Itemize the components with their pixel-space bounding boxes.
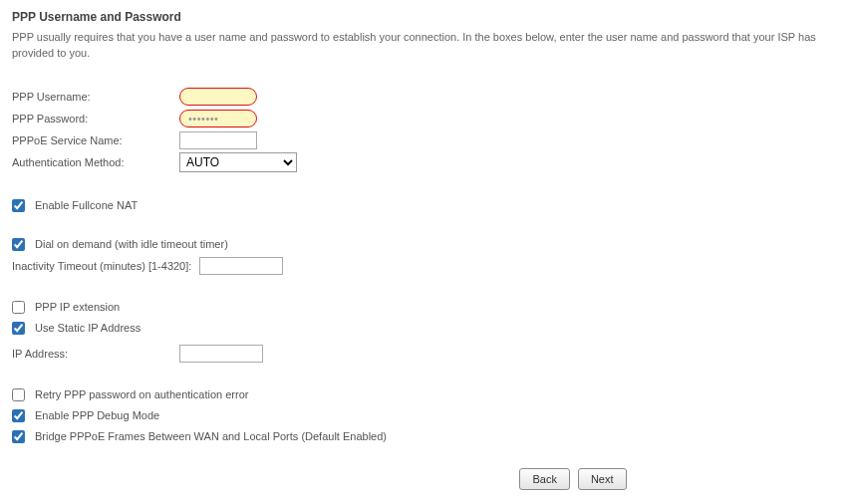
back-button[interactable]: Back bbox=[519, 468, 569, 490]
retry-ppp-password-label: Retry PPP password on authentication err… bbox=[35, 388, 248, 400]
static-ip-label: Use Static IP Address bbox=[35, 322, 141, 334]
inactivity-timeout-label: Inactivity Timeout (minutes) [1-4320]: bbox=[12, 260, 193, 272]
dial-on-demand-label: Dial on demand (with idle timeout timer) bbox=[35, 238, 228, 250]
username-input[interactable] bbox=[179, 88, 257, 106]
ppp-debug-label: Enable PPP Debug Mode bbox=[35, 409, 159, 421]
ppp-ip-extension-checkbox[interactable] bbox=[12, 301, 25, 314]
ppp-ip-extension-label: PPP IP extension bbox=[35, 301, 120, 313]
fullcone-nat-label: Enable Fullcone NAT bbox=[35, 199, 138, 211]
ip-address-input[interactable] bbox=[179, 345, 263, 363]
password-input[interactable] bbox=[179, 110, 257, 127]
ip-address-label: IP Address: bbox=[12, 348, 179, 360]
bridge-pppoe-checkbox[interactable] bbox=[12, 430, 25, 443]
ppp-debug-checkbox[interactable] bbox=[12, 409, 25, 422]
service-name-input[interactable] bbox=[179, 131, 257, 149]
password-label: PPP Password: bbox=[12, 113, 179, 125]
page-description: PPP usually requires that you have a use… bbox=[12, 30, 835, 62]
page-title: PPP Username and Password bbox=[12, 10, 835, 24]
bridge-pppoe-label: Bridge PPPoE Frames Between WAN and Loca… bbox=[35, 430, 387, 442]
inactivity-timeout-input[interactable] bbox=[199, 257, 283, 275]
auth-method-label: Authentication Method: bbox=[12, 156, 179, 168]
retry-ppp-password-checkbox[interactable] bbox=[12, 388, 25, 401]
auth-method-select[interactable]: AUTO bbox=[179, 152, 297, 172]
static-ip-checkbox[interactable] bbox=[12, 322, 25, 335]
username-label: PPP Username: bbox=[12, 91, 179, 103]
dial-on-demand-checkbox[interactable] bbox=[12, 238, 25, 251]
next-button[interactable]: Next bbox=[578, 468, 627, 490]
fullcone-nat-checkbox[interactable] bbox=[12, 199, 25, 212]
service-name-label: PPPoE Service Name: bbox=[12, 134, 179, 146]
